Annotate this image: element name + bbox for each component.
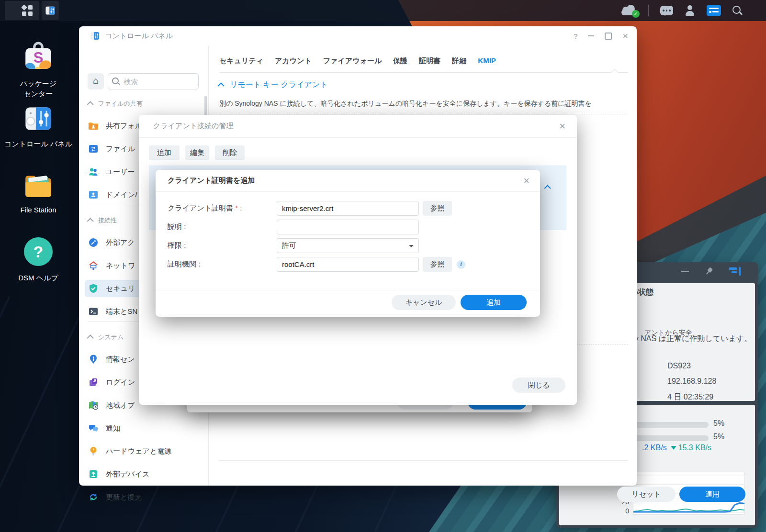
user-button[interactable] (685, 5, 695, 16)
submit-add-button[interactable]: 追加 (461, 295, 527, 310)
notification-icon (88, 422, 99, 434)
chart-ytick: 0 (591, 507, 629, 515)
domain-icon (88, 189, 99, 200)
search-input[interactable] (123, 77, 194, 86)
maximize-icon[interactable] (605, 33, 612, 40)
tab-account[interactable]: アカウント (275, 53, 312, 69)
users-icon (88, 166, 99, 177)
reset-button[interactable]: リセット (617, 487, 676, 502)
search-button[interactable] (732, 6, 742, 15)
close-icon[interactable]: × (622, 31, 628, 42)
dialog-title: クライアント証明書を追加 (168, 176, 255, 185)
external-device-icon (88, 468, 99, 480)
browse-button[interactable]: 参照 (423, 201, 452, 216)
desktop-icon-label: コントロール パネル (2, 139, 74, 149)
home-button[interactable] (88, 73, 104, 89)
window-title: コントロール パネル (105, 32, 173, 41)
close-icon[interactable]: × (559, 121, 565, 132)
dsm-help-icon: ? (23, 236, 54, 267)
chevron-up-icon (87, 334, 94, 341)
info-center-icon (88, 354, 99, 365)
tab-firewall[interactable]: ファイアウォール (323, 53, 382, 69)
tab-security[interactable]: セキュリティ (219, 53, 263, 69)
update-restore-icon (88, 491, 99, 503)
active-tab-notch (611, 69, 619, 77)
sidebar-section-system[interactable]: システム (89, 332, 124, 342)
tab-advanced[interactable]: 詳細 (452, 53, 466, 69)
taskbar-control-panel-button[interactable] (42, 1, 59, 20)
minimize-icon[interactable] (681, 271, 689, 272)
cancel-button[interactable]: キャンセル (392, 295, 456, 310)
chevron-up-icon (87, 218, 94, 224)
nas-ip-address: 192.168.9.128 (667, 377, 716, 386)
search-icon (112, 78, 120, 85)
file-service-icon (88, 143, 99, 155)
sidebar-section-connectivity[interactable]: 接続性 (89, 216, 117, 225)
browse-button[interactable]: 参照 (423, 257, 452, 272)
tab-protection[interactable]: 保護 (393, 53, 407, 69)
tab-kmip[interactable]: KMIP (478, 53, 496, 69)
add-button[interactable]: 追加 (149, 145, 180, 160)
pin-icon[interactable] (704, 266, 715, 277)
add-client-certificate-dialog: クライアント証明書を追加 × クライアント証明書 * : 参照 説明 : 権限 … (156, 170, 540, 317)
sidebar-section-file-sharing[interactable]: ファイルの共有 (89, 99, 143, 109)
edit-button[interactable]: 編集 (185, 145, 209, 160)
tab-bar: セキュリティ アカウント ファイアウォール 保護 証明書 詳細 KMIP (219, 53, 496, 69)
package-center-icon: S (23, 41, 54, 73)
field-label: 証明機関 (168, 260, 196, 268)
sidebar-item-external-devices[interactable]: 外部デバイス (85, 466, 203, 483)
upload-rate: .2 KB/s (642, 443, 667, 452)
remote-key-client-section-header[interactable]: リモート キー クライアント (219, 80, 328, 90)
regional-options-icon (88, 399, 99, 411)
search-box[interactable] (108, 73, 199, 89)
network-icon (88, 260, 99, 271)
chevron-down-icon (409, 245, 414, 250)
required-mark: * (233, 204, 238, 212)
sidebar-item-update-restore[interactable]: 更新と復元 (85, 488, 203, 506)
nas-model: DS923 (667, 362, 691, 370)
file-station-icon (23, 171, 54, 199)
tab-certificate[interactable]: 証明書 (419, 53, 440, 69)
client-certificate-input[interactable] (277, 201, 419, 216)
widgets-button[interactable] (707, 5, 721, 16)
widget-panel-icon[interactable] (729, 267, 741, 276)
chat-button[interactable] (660, 6, 673, 15)
close-button[interactable]: 閉じる (512, 377, 565, 393)
close-icon[interactable]: × (523, 176, 529, 186)
cpu-usage-label: 5% (713, 419, 742, 428)
dialog-title: クライアント接続の管理 (153, 122, 233, 131)
sidebar-item-hardware-power[interactable]: ハードウェアと電源 (85, 443, 203, 460)
dialog-header: クライアント接続の管理 × (139, 115, 577, 138)
terminal-icon (88, 306, 99, 317)
chevron-up-icon[interactable] (544, 185, 551, 191)
delete-button[interactable]: 削除 (215, 145, 245, 160)
cloud-sync-button[interactable] (620, 6, 637, 15)
sidebar-item-notification[interactable]: 通知 (85, 420, 203, 437)
kmip-description: 別の Synology NAS に接続して、暗号化されたボリュームの暗号化キーを… (219, 98, 629, 111)
main-menu-button[interactable] (5, 1, 39, 20)
down-arrow-icon (671, 446, 676, 453)
desktop-icon-dsm-help[interactable]: ? DSM ヘルプ (2, 236, 74, 283)
control-panel-icon (45, 5, 56, 16)
permission-select[interactable]: 許可 (277, 238, 419, 253)
desktop-icon-file-station[interactable]: File Station (2, 171, 74, 215)
external-access-icon (88, 237, 99, 248)
desktop-icon-label: パッケージ (2, 78, 74, 89)
description-input[interactable] (277, 220, 419, 234)
control-panel-icon (23, 104, 54, 133)
download-rate-group: 15.3 KB/s (671, 443, 711, 453)
kmip-text-fragment: アントから安全 (644, 329, 698, 338)
minimize-icon[interactable] (588, 35, 594, 36)
apply-button[interactable]: 適用 (679, 487, 745, 502)
help-button[interactable]: ? (574, 32, 577, 40)
desktop-icon-package-center[interactable]: S パッケージ センター (2, 41, 74, 99)
nas-uptime: 4 日 02:35:29 (667, 392, 713, 401)
sync-ok-badge (632, 10, 640, 18)
desktop-icon-control-panel[interactable]: コントロール パネル (2, 104, 74, 149)
info-icon[interactable] (457, 260, 465, 269)
certificate-authority-input[interactable] (277, 257, 419, 272)
desktop-icon-label: DSM ヘルプ (2, 273, 74, 283)
window-titlebar[interactable]: コントロール パネル ? × (79, 26, 637, 45)
svg-text:?: ? (34, 243, 44, 261)
shared-folder-icon (88, 120, 99, 132)
